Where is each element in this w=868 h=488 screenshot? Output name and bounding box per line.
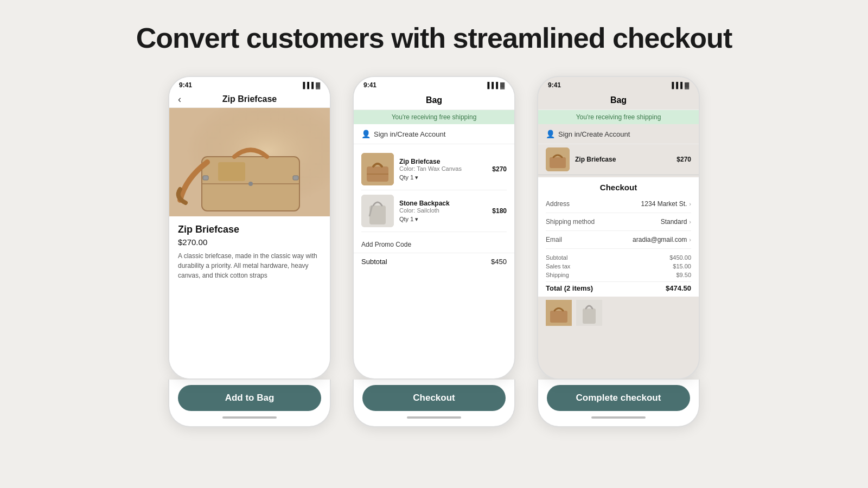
qty-chevron-icon: ▾ (415, 174, 418, 181)
svg-point-5 (248, 182, 253, 186)
phone1-time: 9:41 (179, 81, 192, 89)
sign-in-row[interactable]: 👤 Sign in/Create Account (354, 124, 514, 144)
signal-icon: ▐▐▐ (670, 82, 682, 88)
phone1-wrapper: 9:41 ▐▐▐ ▓ ‹ Zip Briefcase (168, 76, 331, 427)
address-label: Address (546, 200, 570, 208)
sign-in-label-3: Sign in/Create Account (558, 130, 630, 138)
cart-item-2-details: Stone Backpack Color: Sailcloth Qty 1 ▾ (399, 200, 487, 223)
cart-item-2-color: Color: Sailcloth (399, 207, 487, 214)
subtotal-row: Subtotal $450 (354, 253, 514, 270)
shipping-method-value: Standard › (661, 218, 691, 226)
battery-icon: ▓ (685, 82, 689, 88)
subtotal-summary-value: $450.00 (669, 254, 691, 261)
shipping-cost-label: Shipping (546, 272, 569, 278)
address-value: 1234 Market St. › (641, 200, 691, 208)
promo-row[interactable]: Add Promo Code (354, 236, 514, 253)
complete-checkout-button[interactable]: Complete checkout (547, 385, 690, 411)
checkout-button[interactable]: Checkout (362, 385, 506, 411)
subtotal-summary-row: Subtotal $450.00 (546, 253, 691, 262)
product-info: Zip Briefcase $270.00 A classic briefcas… (169, 216, 330, 378)
free-shipping-banner: You're receiving free shipping (354, 110, 514, 124)
page-title: Convert customers with streamlined check… (136, 22, 732, 54)
address-row[interactable]: Address 1234 Market St. › (546, 195, 691, 213)
phone3-status-bar: 9:41 ▐▐▐ ▓ (538, 77, 699, 91)
sign-in-label: Sign in/Create Account (374, 130, 445, 138)
phone2-shell: 9:41 ▐▐▐ ▓ Bag You're receiving free shi… (353, 76, 515, 380)
email-chevron-icon: › (689, 236, 691, 243)
product-image (169, 108, 330, 216)
cart-item-1: Zip Briefcase Color: Tan Wax Canvas Qty … (361, 149, 507, 190)
phone1-status-icons: ▐▐▐ ▓ (301, 82, 320, 88)
svg-rect-17 (550, 311, 567, 323)
cart-item-1-price: $270 (492, 165, 507, 173)
tax-label: Sales tax (546, 263, 570, 269)
phone3-button-area: Complete checkout (537, 380, 700, 427)
subtotal-summary-label: Subtotal (546, 254, 567, 261)
add-to-bag-button[interactable]: Add to Bag (178, 385, 321, 411)
cart-item-2-qty[interactable]: Qty 1 ▾ (399, 216, 487, 223)
summary-section: Subtotal $450.00 Sales tax $15.00 Shippi… (538, 249, 699, 297)
shipping-cost-value: $9.50 (676, 272, 691, 278)
cart-item-1-qty[interactable]: Qty 1 ▾ (399, 174, 487, 181)
svg-rect-8 (218, 162, 245, 181)
phone3-shell: 9:41 ▐▐▐ ▓ Bag You're receiving free shi… (537, 76, 700, 380)
thumb-img-1 (546, 300, 572, 326)
cart-item-1-image (361, 153, 394, 185)
checkout-title: Checkout (546, 177, 691, 195)
subtotal-value: $450 (491, 258, 507, 266)
cart-items: Zip Briefcase Color: Tan Wax Canvas Qty … (354, 144, 514, 236)
free-shipping-banner-3: You're receiving free shipping (538, 110, 699, 124)
qty-chevron-icon: ▾ (415, 216, 418, 223)
mini-cart-item: Zip Briefcase $270 (538, 144, 699, 175)
total-row: Total (2 items) $474.50 (546, 281, 691, 294)
user-icon-3: 👤 (546, 130, 555, 138)
product-name: Zip Briefcase (178, 224, 321, 235)
phone2-time: 9:41 (363, 81, 376, 89)
sign-in-row-3[interactable]: 👤 Sign in/Create Account (538, 124, 699, 144)
total-label: Total (2 items) (546, 284, 593, 292)
mini-cart-item-name: Zip Briefcase (575, 156, 671, 163)
svg-rect-7 (293, 176, 298, 180)
thumb-img-2 (576, 300, 602, 326)
svg-rect-15 (550, 157, 566, 168)
total-value: $474.50 (666, 284, 691, 292)
phone3-home-indicator (591, 416, 646, 419)
cart-item-2: Stone Backpack Color: Sailcloth Qty 1 ▾ … (361, 190, 507, 232)
phone2-home-indicator (407, 416, 461, 419)
phone2-header: Bag (354, 91, 514, 110)
product-description: A classic briefcase, made in the classic… (178, 251, 321, 280)
phone1-home-indicator (222, 416, 277, 419)
cart-item-2-name: Stone Backpack (399, 200, 487, 207)
cart-item-1-name: Zip Briefcase (399, 158, 487, 165)
bag-header-title-3: Bag (610, 95, 627, 105)
back-button[interactable]: ‹ (178, 94, 181, 105)
phones-row: 9:41 ▐▐▐ ▓ ‹ Zip Briefcase (168, 76, 700, 427)
svg-rect-19 (583, 309, 596, 324)
tax-value: $15.00 (673, 263, 691, 269)
cart-item-2-price: $180 (492, 207, 507, 215)
phone3-time: 9:41 (548, 81, 561, 89)
phone2-status-bar: 9:41 ▐▐▐ ▓ (354, 77, 514, 91)
cart-item-2-image (361, 195, 394, 227)
mini-cart-item-details: Zip Briefcase (575, 156, 671, 163)
phone1-shell: 9:41 ▐▐▐ ▓ ‹ Zip Briefcase (168, 76, 331, 380)
checkout-section: Checkout Address 1234 Market St. › Shipp… (538, 177, 699, 249)
shipping-cost-row: Shipping $9.50 (546, 271, 691, 279)
email-row[interactable]: Email aradia@gmail.com › (546, 231, 691, 249)
phone2-status-icons: ▐▐▐ ▓ (486, 82, 505, 88)
svg-rect-6 (203, 176, 208, 180)
email-label: Email (546, 236, 562, 243)
battery-icon: ▓ (500, 82, 505, 88)
shipping-method-row[interactable]: Shipping method Standard › (546, 213, 691, 231)
tax-summary-row: Sales tax $15.00 (546, 262, 691, 271)
phone3-status-icons: ▐▐▐ ▓ (670, 82, 689, 88)
phone3-wrapper: 9:41 ▐▐▐ ▓ Bag You're receiving free shi… (537, 76, 700, 427)
phone2-button-area: Checkout (353, 380, 515, 427)
mini-cart-item-image (546, 147, 570, 171)
thumbnails-row (538, 297, 699, 326)
phone3-header: Bag (538, 91, 699, 110)
phone2-wrapper: 9:41 ▐▐▐ ▓ Bag You're receiving free shi… (353, 76, 515, 427)
signal-icon: ▐▐▐ (301, 82, 314, 88)
email-value: aradia@gmail.com › (633, 236, 691, 243)
address-chevron-icon: › (689, 201, 691, 207)
